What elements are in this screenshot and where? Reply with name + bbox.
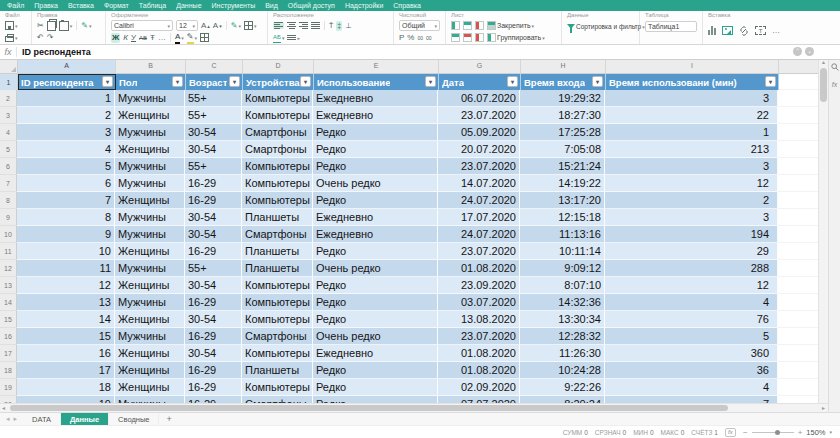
row-number[interactable]: 19 <box>0 379 17 396</box>
zoom-slider-handle[interactable] <box>775 430 780 435</box>
cell[interactable]: 24.07.2020 <box>438 192 520 209</box>
cell[interactable]: 9:22:26 <box>520 379 605 396</box>
column-header-H[interactable]: H <box>521 58 606 73</box>
menu-item[interactable]: Вид <box>260 0 283 11</box>
cell[interactable]: 19 <box>17 396 115 403</box>
insert-link-button[interactable] <box>739 26 749 36</box>
zoom-in-button[interactable]: + <box>798 428 803 437</box>
cell[interactable]: 30-54 <box>185 345 242 362</box>
cell[interactable]: 2 <box>17 107 115 124</box>
cell[interactable]: Мужчины <box>115 294 185 311</box>
sheet-tab-2[interactable]: Данные <box>61 413 109 425</box>
formula-input[interactable]: ID респондента <box>17 47 91 57</box>
cell[interactable]: 30-54 <box>185 226 242 243</box>
cell[interactable]: 4 <box>605 379 778 396</box>
row-number[interactable]: 5 <box>0 141 17 158</box>
cell[interactable]: 4 <box>605 294 778 311</box>
align-center-button[interactable] <box>287 22 296 29</box>
cell[interactable]: 05.09.2020 <box>438 124 520 141</box>
wrap-text-button[interactable]: АБ▾ <box>273 32 284 43</box>
cell[interactable]: 01.08.2020 <box>438 362 520 379</box>
cell[interactable]: 8:20:24 <box>520 396 605 403</box>
align-top-button[interactable]: T̄ <box>329 21 333 31</box>
cell[interactable]: Мужчины <box>115 90 185 107</box>
cell[interactable]: 06.07.2020 <box>438 90 520 107</box>
cell[interactable]: 22 <box>605 107 778 124</box>
cell[interactable]: Ежедневно <box>313 345 438 362</box>
cell[interactable]: Мужчины <box>115 158 185 175</box>
cell[interactable]: Женщины <box>115 243 185 260</box>
cell[interactable]: Мужчины <box>115 124 185 141</box>
cell[interactable]: Компьютеры <box>242 107 313 124</box>
cell[interactable]: Редко <box>313 141 438 158</box>
align-bottom-button[interactable]: ⊥ <box>345 21 351 31</box>
row-number[interactable]: 13 <box>0 277 17 294</box>
cell[interactable]: 5 <box>17 158 115 175</box>
cell[interactable]: Ежедневно <box>313 90 438 107</box>
cell[interactable]: 16-29 <box>185 328 242 345</box>
row-number[interactable]: 20 <box>0 396 17 403</box>
font-color-button[interactable]: А▾ <box>175 32 184 44</box>
cell[interactable]: 24.07.2020 <box>438 226 520 243</box>
table-header-cell[interactable]: ID респондента▾ <box>18 74 116 90</box>
align-left-button[interactable] <box>273 22 284 29</box>
cell[interactable]: Мужчины <box>115 260 185 277</box>
cell[interactable]: Женщины <box>115 141 185 158</box>
highlight-color-button[interactable]: ✎▾ <box>187 32 197 44</box>
column-header-I[interactable]: I <box>606 58 779 73</box>
insert-more-button[interactable]: … <box>772 26 780 36</box>
table-header-cell[interactable]: Время использовани (мин)▾ <box>606 74 779 90</box>
row-number[interactable]: 16 <box>0 328 17 345</box>
cell[interactable]: 5 <box>605 328 778 345</box>
cell[interactable]: 1 <box>605 124 778 141</box>
cell[interactable]: Компьютеры <box>242 175 313 192</box>
clear-cells-button[interactable] <box>475 33 484 42</box>
cell[interactable]: 30-54 <box>185 311 242 328</box>
align-middle-button[interactable]: ‡ <box>336 21 342 31</box>
cell[interactable]: 07.07.2020 <box>438 396 520 403</box>
cell[interactable]: 9 <box>17 226 115 243</box>
group-button[interactable]: Группировать▾ <box>487 33 545 43</box>
horizontal-scroll-thumb[interactable] <box>10 405 728 411</box>
filter-button[interactable]: ▾ <box>300 76 311 87</box>
cell[interactable]: 3 <box>17 124 115 141</box>
cell[interactable]: Редко <box>313 362 438 379</box>
cell[interactable]: 12:15:18 <box>520 209 605 226</box>
cell[interactable]: 30-54 <box>185 277 242 294</box>
search-icon[interactable] <box>831 63 839 71</box>
cell[interactable]: 17.07.2020 <box>438 209 520 226</box>
fx-icon[interactable]: fx <box>0 47 17 57</box>
cell[interactable]: Редко <box>313 311 438 328</box>
cell[interactable]: Редко <box>313 396 438 403</box>
cell[interactable]: 29 <box>605 243 778 260</box>
sheet-tab-3[interactable]: Сводные <box>109 413 159 425</box>
row-number[interactable]: 17 <box>0 345 17 362</box>
borders-button[interactable]: ▾ <box>244 21 257 31</box>
cell[interactable]: Женщины <box>115 192 185 209</box>
menu-item[interactable]: Инструменты <box>207 0 261 11</box>
cell[interactable]: 13:17:20 <box>520 192 605 209</box>
cell[interactable]: 16-29 <box>185 175 242 192</box>
cell[interactable]: Компьютеры <box>242 294 313 311</box>
cell[interactable]: 23.07.2020 <box>438 107 520 124</box>
cell[interactable]: Очень редко <box>313 175 438 192</box>
insert-image-button[interactable] <box>722 26 733 35</box>
row-number[interactable]: 15 <box>0 311 17 328</box>
filter-button[interactable]: ▾ <box>592 76 603 87</box>
filter-button[interactable]: ▾ <box>102 76 113 87</box>
cut-button[interactable]: ✂ <box>37 21 44 31</box>
cell[interactable]: 6 <box>17 175 115 192</box>
filter-button[interactable]: ▾ <box>765 76 776 87</box>
cell[interactable]: 3 <box>605 209 778 226</box>
cell[interactable]: 10:24:28 <box>520 362 605 379</box>
align-right-button[interactable] <box>299 22 308 29</box>
font-size-select[interactable]: 12▾ <box>176 20 198 31</box>
print-button[interactable]: ▾ <box>5 33 18 43</box>
indent-button[interactable]: ▸ <box>287 33 300 43</box>
cell[interactable]: Очень редко <box>313 260 438 277</box>
cell[interactable]: 14:32:36 <box>520 294 605 311</box>
insert-chart-button[interactable] <box>708 26 716 35</box>
cell[interactable]: 55+ <box>185 260 242 277</box>
cell[interactable]: Компьютеры <box>242 158 313 175</box>
horizontal-scrollbar[interactable]: ◂ ▸ <box>0 403 828 412</box>
